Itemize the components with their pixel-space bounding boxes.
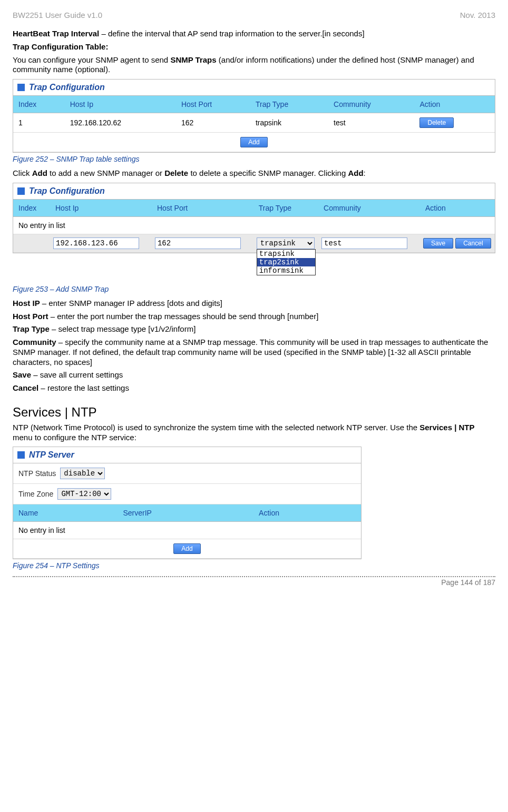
figure-254-caption: Figure 254 – NTP Settings	[13, 561, 495, 570]
trap-config-intro: You can configure your SNMP agent to sen…	[13, 55, 495, 75]
page-footer: Page 144 of 187	[13, 576, 495, 587]
trap-config-panel-1: Trap Configuration Index Host Ip Host Po…	[13, 79, 495, 153]
delete-button[interactable]: Delete	[419, 117, 454, 128]
ntp-status-select[interactable]: disable	[60, 468, 105, 479]
heartbeat-label: HeartBeat Trap Interval	[13, 29, 99, 38]
option-informsink[interactable]: informsink	[257, 266, 315, 275]
panel-icon	[17, 451, 25, 459]
ntp-status-label: NTP Status	[18, 469, 56, 478]
panel-title: NTP Server	[13, 447, 361, 463]
hostport-input[interactable]	[155, 237, 241, 249]
heartbeat-desc: HeartBeat Trap Interval – define the int…	[13, 29, 495, 39]
option-trap2sink[interactable]: trap2sink	[257, 258, 315, 266]
trap-table: Index Host Ip Host Port Trap Type Commun…	[13, 96, 495, 152]
heartbeat-text: – define the interval that AP send trap …	[99, 29, 364, 38]
ntp-intro: NTP (Network Time Protocol) is used to s…	[13, 423, 495, 443]
add-button[interactable]: Add	[240, 137, 267, 147]
col-index: Index	[13, 96, 65, 113]
col-community: Community	[328, 96, 414, 113]
add-button[interactable]: Add	[173, 543, 200, 554]
figure-253-caption: Figure 253 – Add SNMP Trap	[13, 285, 495, 293]
col-traptype: Trap Type	[250, 96, 328, 113]
ntp-server-panel: NTP Server NTP Status disable Time Zone …	[13, 447, 362, 559]
col-action: Action	[414, 96, 495, 113]
timezone-label: Time Zone	[18, 490, 53, 498]
panel-icon	[17, 84, 25, 91]
doc-date: Nov. 2013	[460, 11, 495, 19]
no-entry-text: No entry in list	[13, 216, 495, 234]
save-button[interactable]: Save	[423, 238, 453, 249]
timezone-row: Time Zone GMT-12:00	[13, 484, 361, 504]
traptype-options[interactable]: trapsink trap2sink informsink	[257, 249, 316, 275]
col-hostip: Host Ip	[65, 96, 176, 113]
traptype-select[interactable]: trapsink	[257, 237, 315, 249]
no-entry-text: No entry in list	[13, 522, 361, 539]
timezone-select[interactable]: GMT-12:00	[57, 488, 111, 500]
doc-header: BW2251 User Guide v1.0 Nov. 2013	[13, 11, 495, 19]
figure-252-caption: Figure 252 – SNMP Trap table settings	[13, 155, 495, 163]
click-add-text: Click Add to add a new SNMP manager or D…	[13, 169, 495, 179]
panel-title: Trap Configuration	[13, 80, 495, 96]
community-input[interactable]	[321, 237, 407, 249]
trap-config-heading: Trap Configuration Table:	[13, 42, 495, 52]
col-hostport: Host Port	[176, 96, 250, 113]
trap-table-edit: Index Host Ip Host Port Trap Type Commun…	[13, 200, 495, 253]
table-row: 1 192.168.120.62 162 trapsink test Delet…	[13, 113, 495, 133]
ntp-table: Name ServerIP Action No entry in list Ad…	[13, 504, 361, 559]
cancel-button[interactable]: Cancel	[455, 238, 491, 249]
hostip-input[interactable]	[53, 237, 139, 249]
ntp-section-heading: Services | NTP	[13, 405, 495, 420]
panel-title: Trap Configuration	[13, 183, 495, 200]
trap-config-panel-2: Trap Configuration Index Host Ip Host Po…	[13, 183, 495, 253]
panel-icon	[17, 187, 25, 195]
doc-title: BW2251 User Guide v1.0	[13, 11, 102, 19]
option-trapsink[interactable]: trapsink	[257, 250, 315, 258]
ntp-status-row: NTP Status disable	[13, 463, 361, 484]
